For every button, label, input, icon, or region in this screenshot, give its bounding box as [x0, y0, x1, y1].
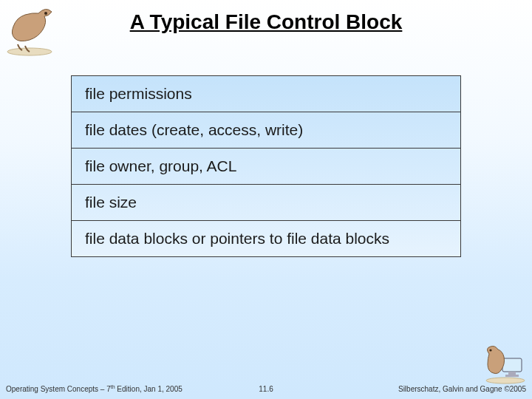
dinosaur-monitor-icon: [483, 344, 528, 384]
slide: A Typical File Control Block file permis…: [0, 0, 532, 399]
fcb-table: file permissions file dates (create, acc…: [71, 75, 461, 257]
footer-right: Silberschatz, Galvin and Gagne ©2005: [398, 385, 526, 393]
footer-left-prefix: Operating System Concepts – 7: [6, 385, 111, 393]
page-title: A Typical File Control Block: [0, 10, 532, 34]
fcb-row: file data blocks or pointers to file dat…: [72, 221, 460, 256]
svg-point-6: [489, 349, 491, 351]
footer: Operating System Concepts – 7th Edition,…: [0, 383, 532, 395]
fcb-row: file dates (create, access, write): [72, 112, 460, 149]
footer-page-number: 11.6: [259, 385, 273, 393]
footer-left: Operating System Concepts – 7th Edition,…: [6, 384, 183, 393]
svg-rect-3: [502, 358, 522, 372]
fcb-row: file size: [72, 185, 460, 221]
svg-rect-4: [508, 372, 516, 375]
footer-left-suffix: Edition, Jan 1, 2005: [115, 385, 183, 393]
svg-rect-5: [505, 375, 519, 377]
fcb-row: file permissions: [72, 76, 460, 112]
fcb-row: file owner, group, ACL: [72, 149, 460, 185]
